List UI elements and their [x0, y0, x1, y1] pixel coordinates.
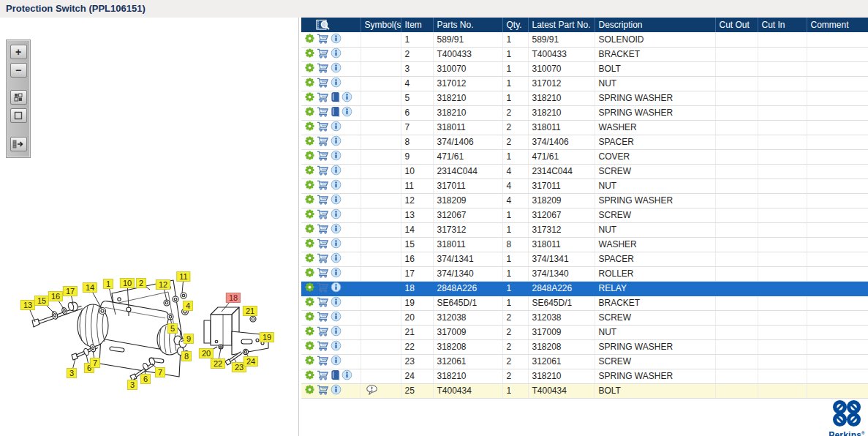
part-label-3[interactable]: 3 [67, 368, 77, 378]
part-label-13[interactable]: 13 [20, 300, 35, 310]
table-row[interactable]: 17374/13401374/1340ROLLER [301, 266, 868, 281]
part-label-7[interactable]: 7 [155, 367, 165, 377]
part-label-14[interactable]: 14 [83, 282, 97, 293]
info-icon[interactable] [331, 311, 341, 324]
cart-icon[interactable] [317, 369, 329, 383]
info-icon[interactable] [341, 369, 352, 383]
table-row[interactable]: 1589/911589/91SOLENOID [301, 32, 868, 47]
part-label-17[interactable]: 17 [63, 286, 78, 296]
part-label-4[interactable]: 4 [183, 301, 193, 311]
gear-icon[interactable] [304, 91, 315, 105]
gear-icon[interactable] [304, 369, 315, 383]
part-label-5[interactable]: 5 [167, 323, 178, 334]
cart-icon[interactable] [317, 33, 329, 46]
part-label-1[interactable]: 1 [103, 279, 113, 289]
table-row[interactable]: 2T4004331T400433BRACKET [301, 47, 868, 61]
part-label-16[interactable]: 16 [48, 291, 63, 301]
cart-icon[interactable] [317, 91, 329, 105]
table-row[interactable]: 123182094318209SPRING WASHER [301, 193, 868, 208]
cart-icon[interactable] [317, 194, 329, 207]
book-icon[interactable] [331, 369, 340, 383]
table-row[interactable]: 233120612312061SCREW [301, 354, 868, 369]
table-row[interactable]: 63182102318210SPRING WASHER [301, 105, 868, 120]
comment-bubble-icon[interactable] [366, 388, 378, 398]
part-label-2[interactable]: 2 [136, 278, 146, 288]
cart-icon[interactable] [317, 165, 329, 178]
info-icon[interactable] [331, 384, 341, 397]
cart-icon[interactable] [317, 62, 329, 75]
info-icon[interactable] [331, 208, 341, 222]
info-icon[interactable] [331, 326, 341, 339]
table-row[interactable]: 203120382312038SCREW [301, 310, 868, 325]
tile-view-button[interactable] [10, 90, 27, 105]
part-label-15[interactable]: 15 [34, 296, 49, 306]
zoom-in-button[interactable]: + [10, 45, 27, 59]
part-label-24[interactable]: 24 [244, 356, 258, 367]
gear-icon[interactable] [304, 384, 315, 397]
part-label-9[interactable]: 9 [184, 334, 194, 344]
table-row[interactable]: 33100701310070BOLT [301, 61, 868, 76]
gear-icon[interactable] [304, 106, 315, 119]
cart-icon[interactable] [317, 267, 329, 280]
cart-icon[interactable] [317, 150, 329, 163]
table-row[interactable]: 19SE645D/11SE645D/1BRACKET [301, 296, 868, 310]
info-icon[interactable] [331, 165, 341, 178]
cart-icon[interactable] [317, 238, 329, 251]
gear-icon[interactable] [304, 165, 315, 178]
cart-icon[interactable] [317, 223, 329, 236]
table-row[interactable]: 243182102318210SPRING WASHER [301, 369, 868, 383]
cart-icon[interactable] [317, 384, 329, 397]
gear-icon[interactable] [304, 296, 315, 309]
gear-icon[interactable] [304, 355, 315, 368]
gear-icon[interactable] [304, 311, 315, 324]
table-row[interactable]: 213170092317009NUT [301, 325, 868, 339]
info-icon[interactable] [331, 62, 341, 75]
cart-icon[interactable] [317, 208, 329, 222]
gear-icon[interactable] [304, 179, 315, 192]
part-label-3[interactable]: 3 [127, 380, 137, 390]
cart-icon[interactable] [317, 311, 329, 324]
info-icon[interactable] [331, 121, 341, 134]
info-icon[interactable] [331, 194, 341, 207]
table-row[interactable]: 133120671312067SCREW [301, 208, 868, 222]
gear-icon[interactable] [304, 194, 315, 207]
part-label-11[interactable]: 11 [176, 271, 190, 282]
table-row[interactable]: 113170114317011NUT [301, 178, 868, 193]
info-icon[interactable] [331, 340, 341, 353]
cart-icon[interactable] [317, 48, 329, 61]
gear-icon[interactable] [304, 326, 315, 339]
part-label-20[interactable]: 20 [199, 348, 214, 358]
info-icon[interactable] [331, 77, 341, 90]
gear-icon[interactable] [304, 340, 315, 353]
table-row[interactable]: 223182082318208SPRING WASHER [301, 339, 868, 354]
cart-icon[interactable] [317, 135, 329, 149]
gear-icon[interactable] [304, 135, 315, 149]
table-row[interactable]: 8374/14062374/1406SPACER [301, 135, 868, 149]
part-label-18[interactable]: 18 [226, 293, 241, 303]
cart-icon[interactable] [317, 326, 329, 339]
info-icon[interactable] [331, 238, 341, 251]
table-row[interactable]: 43170121317012NUT [301, 76, 868, 91]
info-icon[interactable] [331, 150, 341, 163]
cart-icon[interactable] [317, 77, 329, 90]
table-row[interactable]: 16374/13411374/1341SPACER [301, 252, 868, 266]
table-row[interactable]: 25T4004341T400434BOLT [301, 383, 868, 398]
cart-icon[interactable] [317, 106, 329, 119]
gear-icon[interactable] [304, 150, 315, 163]
table-row[interactable]: 143173121317312NUT [301, 222, 868, 237]
preview-search-icon[interactable] [315, 19, 330, 31]
part-label-10[interactable]: 10 [120, 278, 135, 288]
cart-icon[interactable] [317, 179, 329, 192]
cart-icon[interactable] [317, 252, 329, 266]
part-label-6[interactable]: 6 [140, 374, 151, 384]
cart-icon[interactable] [317, 282, 329, 295]
part-label-21[interactable]: 21 [243, 306, 257, 316]
gear-icon[interactable] [304, 77, 315, 90]
cart-icon[interactable] [317, 121, 329, 134]
part-label-7[interactable]: 7 [90, 358, 100, 368]
gear-icon[interactable] [304, 48, 315, 61]
part-label-12[interactable]: 12 [156, 279, 170, 290]
cart-icon[interactable] [317, 355, 329, 368]
part-label-8[interactable]: 8 [181, 351, 192, 361]
info-icon[interactable] [331, 135, 341, 149]
